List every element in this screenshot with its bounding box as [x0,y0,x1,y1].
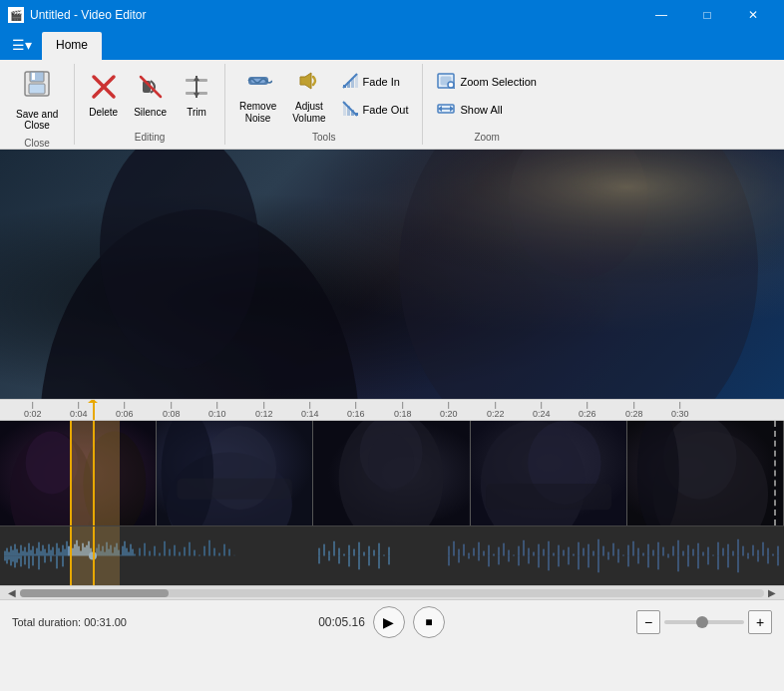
trim-button[interactable]: Trim [177,66,216,126]
show-all-icon [437,101,455,120]
window-controls: — □ ✕ [638,0,776,30]
adjust-volume-button[interactable]: AdjustVolume [286,66,331,126]
ruler-mark-04: 0:04 [70,401,88,419]
current-time: 00:05.16 [318,615,365,629]
scroll-right-button[interactable]: ▶ [764,587,780,598]
ribbon-group-tools: RemoveNoise AdjustVolume [225,64,423,145]
remove-noise-icon [244,67,272,99]
fade-out-button[interactable]: Fade Out [336,97,415,123]
scrollbar-thumb[interactable] [20,589,169,597]
close-button[interactable]: ✕ [730,0,776,30]
video-thumb-4 [471,421,627,525]
zoom-controls: − + [636,610,772,634]
svg-rect-23 [355,113,358,116]
save-icon [21,68,53,107]
silence-button[interactable]: Silence [128,66,173,126]
minimize-button[interactable]: — [638,0,684,30]
tab-home[interactable]: Home [42,32,102,60]
svg-marker-12 [194,93,199,98]
ruler-mark-18: 0:18 [394,401,412,419]
svg-rect-22 [351,110,354,116]
scrollbar-track[interactable] [20,589,764,597]
app-icon: 🎬 [8,7,24,23]
zoom-slider[interactable] [664,620,744,624]
svg-rect-17 [347,82,350,88]
video-thumb-3 [313,421,470,525]
playhead-audio [93,526,95,585]
ribbon-group-editing: Delete Silence [75,64,225,145]
svg-rect-53 [486,484,611,510]
show-all-button[interactable]: Show All [431,97,542,123]
track-end-marker [774,421,776,525]
zoom-out-button[interactable]: − [636,610,660,634]
playhead-video [93,421,95,525]
svg-rect-16 [343,85,346,88]
adjust-volume-icon [295,67,323,99]
ribbon-group-zoom: Zoom Selection Show All Zoom [423,64,550,145]
svg-point-44 [162,421,214,525]
ruler-mark-20: 0:20 [440,401,458,419]
ruler-marks: 0:02 0:04 0:06 0:08 0:10 0:12 0:14 0:16 … [0,399,784,421]
zoom-in-button[interactable]: + [748,610,772,634]
video-track-area [0,421,784,525]
menu-button[interactable]: ☰▾ [4,30,40,60]
silence-label: Silence [134,107,167,119]
timeline-scrollbar[interactable]: ◀ ▶ [0,585,784,599]
svg-point-57 [637,421,679,525]
zoom-selection-button[interactable]: Zoom Selection [431,69,542,95]
fade-out-icon [342,101,358,120]
svg-rect-21 [347,106,350,116]
trim-label: Trim [187,107,206,119]
show-all-label: Show All [460,104,502,116]
scroll-left-button[interactable]: ◀ [4,587,20,598]
fade-out-label: Fade Out [363,104,409,116]
ribbon-group-close: Save andClose Close [0,64,75,145]
play-button[interactable]: ▶ [373,606,405,638]
remove-noise-label: RemoveNoise [239,101,276,125]
svg-rect-36 [0,150,784,399]
zoom-buttons: Zoom Selection Show All [431,69,542,123]
total-duration: Total duration: 00:31.00 [12,616,127,628]
stop-icon: ■ [425,615,432,629]
zoom-slider-thumb[interactable] [696,616,708,628]
video-preview [0,150,784,399]
zoom-selection-label: Zoom Selection [460,76,536,88]
maximize-button[interactable]: □ [684,0,730,30]
ruler-mark-12: 0:12 [255,401,273,419]
group-label-editing: Editing [135,128,166,145]
title-text: Untitled - Video Editor [30,8,147,22]
svg-rect-45 [178,479,293,500]
ruler-mark-30: 0:30 [671,401,689,419]
fade-in-button[interactable]: Fade In [336,69,415,95]
svg-rect-3 [32,73,35,80]
title-bar: 🎬 Untitled - Video Editor — □ ✕ [0,0,784,30]
ruler-mark-22: 0:22 [487,401,505,419]
svg-marker-15 [300,73,311,89]
delete-button[interactable]: Delete [83,66,124,126]
adjust-volume-label: AdjustVolume [292,101,325,125]
remove-noise-button[interactable]: RemoveNoise [233,66,282,126]
audio-selection-highlight [70,526,120,585]
ribbon-tabs: ☰▾ Home [0,30,784,60]
trim-icon [183,73,210,105]
ruler-mark-24: 0:24 [533,401,551,419]
video-thumb-5 [627,421,784,525]
video-frame [0,150,784,399]
timeline-ruler[interactable]: 0:02 0:04 0:06 0:08 0:10 0:12 0:14 0:16 … [0,399,784,421]
ribbon: Save andClose Close Delete [0,60,784,150]
svg-marker-11 [194,76,199,81]
delete-label: Delete [89,107,118,119]
svg-rect-20 [343,102,346,116]
group-label-close: Close [24,134,50,151]
play-icon: ▶ [383,614,394,630]
ruler-mark-08: 0:08 [163,401,181,419]
svg-rect-2 [29,84,45,94]
video-thumb-2 [157,421,313,525]
svg-rect-19 [355,74,358,88]
ruler-mark-10: 0:10 [208,401,226,419]
stop-button[interactable]: ■ [413,606,445,638]
zoom-selection-icon [437,73,455,92]
ruler-mark-26: 0:26 [579,401,596,419]
save-close-button[interactable]: Save andClose [8,64,66,134]
playback-bar: Total duration: 00:31.00 00:05.16 ▶ ■ − … [0,599,784,643]
